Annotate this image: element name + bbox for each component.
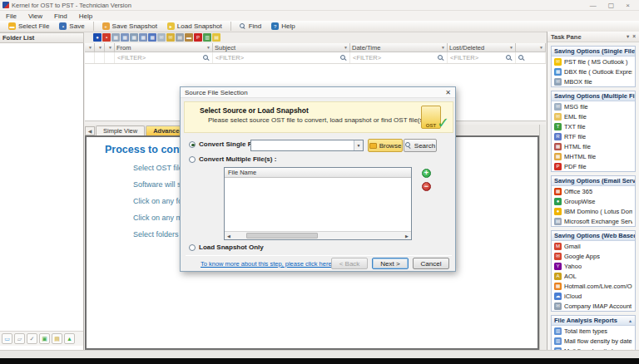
vertical-scrollbar[interactable]	[539, 125, 546, 350]
checklist-view-icon[interactable]: ✓	[27, 333, 37, 344]
browse-button[interactable]: Browse	[368, 139, 403, 152]
column-dropdown-icon[interactable]: ▼	[509, 45, 513, 50]
task-pane-item-eml-file[interactable]: ✉EML file	[552, 111, 635, 121]
image-view-icon[interactable]: ▣	[39, 333, 50, 344]
filter-search-icon[interactable]	[506, 55, 513, 61]
find-button[interactable]: Find	[235, 22, 267, 32]
column-dropdown-icon[interactable]: ▼	[98, 45, 102, 50]
combobox-dropdown-icon[interactable]: ▼	[354, 140, 363, 150]
task-pane-item-gmail[interactable]: MGmail	[552, 241, 635, 251]
task-pane-item-html-file[interactable]: ▦HTML file	[552, 141, 635, 151]
task-pane-item-msg-file[interactable]: ✉MSG file	[552, 101, 635, 111]
scroll-right-icon[interactable]: ▶	[403, 232, 411, 240]
filter-search-icon[interactable]	[203, 55, 210, 61]
cancel-button[interactable]: Cancel	[413, 258, 449, 269]
maximize-button[interactable]: ▢	[608, 2, 615, 9]
grid-col-lost-deleted[interactable]: Lost/Deleted▼	[448, 43, 516, 52]
column-dropdown-icon[interactable]: ▼	[88, 45, 92, 50]
folder-icon[interactable]: ▬	[185, 33, 193, 42]
grid-col-icon-1[interactable]: ▼	[85, 43, 95, 52]
section-header[interactable]: Saving Options (Single File)▲	[552, 47, 635, 57]
search-button[interactable]: Search	[404, 139, 437, 152]
section-header[interactable]: File Analysis Reports▲	[552, 316, 635, 326]
task-pane-item-mbox-file[interactable]: ✉MBOX file	[552, 76, 635, 86]
source-file-combobox[interactable]: ▼	[250, 140, 364, 151]
task-pane-item-dbx-file[interactable]: ▦DBX file ( Outlook Express )	[552, 66, 635, 76]
dialog-close-icon[interactable]: ✕	[445, 89, 451, 96]
column-dropdown-icon[interactable]: ▼	[539, 45, 543, 50]
scroll-left-icon[interactable]: ◀	[225, 232, 233, 240]
column-dropdown-icon[interactable]: ▼	[441, 45, 445, 50]
flag-icon[interactable]: ▪	[102, 33, 111, 42]
laptop-view-icon[interactable]: ▱	[14, 333, 25, 344]
save-button[interactable]: ▪Save	[54, 22, 89, 32]
task-pane-item-aol[interactable]: AAOL	[552, 271, 635, 281]
next-button[interactable]: Next >	[372, 258, 409, 269]
menu-view[interactable]: View	[22, 12, 48, 20]
task-pane-item-total-item-types[interactable]: ▥Total item types	[552, 326, 635, 336]
select-file-button[interactable]: ▬Select File	[3, 22, 54, 32]
expand-up-icon[interactable]: ▲	[64, 333, 75, 344]
task-pane-item-rtf-file[interactable]: RRTF file	[552, 131, 635, 141]
scrollbar-thumb[interactable]	[246, 233, 318, 239]
filter-search-icon[interactable]	[438, 55, 444, 61]
tab-scroll-left[interactable]: ◀	[85, 126, 95, 135]
filter-search-icon[interactable]	[518, 55, 525, 61]
filter-cell-date-time[interactable]: <FILTER>	[350, 52, 448, 63]
grid-col-date-time[interactable]: Date/Time▼	[350, 43, 448, 52]
chart-icon[interactable]: ▥	[203, 33, 211, 42]
section-header[interactable]: Saving Options (Web Based ...▲	[552, 231, 635, 241]
back-button[interactable]: < Back	[331, 258, 368, 269]
monitor-view-icon[interactable]: ▭	[2, 333, 12, 344]
radio-convert-multiple-files[interactable]: Convert Multiple File(s) :	[189, 155, 276, 163]
pdf-icon[interactable]: P	[194, 33, 202, 42]
save-snapshot-button[interactable]: +Save Snapshot	[97, 22, 162, 32]
task-pane-item-ibm-domino[interactable]: ●IBM Domino ( Lotus Domin...	[552, 206, 635, 216]
horizontal-scrollbar[interactable]: ◀ ▶	[225, 231, 411, 239]
menu-file[interactable]: File	[0, 12, 22, 20]
file-list-box[interactable]: File Name ◀ ▶	[224, 167, 412, 240]
table-view-2-icon[interactable]: ▦	[121, 33, 129, 42]
table-view-5-icon[interactable]: ▦	[148, 33, 156, 42]
column-dropdown-icon[interactable]: ▼	[344, 45, 348, 50]
note-view-icon[interactable]: ▤	[52, 333, 62, 344]
mail-search-icon[interactable]: ✉	[166, 33, 175, 42]
filter-cell-from[interactable]: <FILTER>	[115, 52, 213, 63]
table-view-icon[interactable]: ▦	[111, 33, 120, 42]
table-view-4-icon[interactable]: ▦	[139, 33, 147, 42]
remove-file-button[interactable]: −	[422, 182, 431, 191]
task-pane-item-pdf-file[interactable]: PPDF file	[552, 161, 635, 171]
grid-col-from[interactable]: From▼	[115, 43, 213, 52]
task-pane-item-groupwise[interactable]: ●GroupWise	[552, 196, 635, 206]
mail-icon[interactable]: ✉	[157, 33, 166, 42]
task-pane-item-company-imap[interactable]: ✉Company IMAP Account	[552, 301, 635, 311]
add-file-button[interactable]: +	[422, 169, 431, 178]
task-pane-item-mhtml-file[interactable]: ▦MHTML file	[552, 151, 635, 161]
task-pane-close-icon[interactable]: ×	[632, 33, 636, 40]
grid-col-icon-3[interactable]: ▼	[105, 43, 115, 52]
task-pane-item-txt-file[interactable]: TTXT file	[552, 121, 635, 131]
help-button[interactable]: ?Help	[266, 22, 300, 32]
know-more-link[interactable]: To know more about this step, please cli…	[201, 260, 334, 268]
file-list-area[interactable]	[225, 178, 411, 231]
task-pane-item-pst-file[interactable]: ✉PST file ( MS Outlook )	[552, 57, 635, 66]
task-pane-item-mail-flow-by-date[interactable]: ▥Mail flow density by date	[552, 336, 635, 346]
load-snapshot-button[interactable]: ▸Load Snapshot	[162, 22, 227, 32]
note-icon[interactable]: ▤	[212, 33, 220, 42]
task-pane-item-yahoo[interactable]: YYahoo	[552, 261, 635, 271]
minimize-button[interactable]: —	[590, 2, 597, 9]
task-pane-item-icloud[interactable]: ☁iCloud	[552, 291, 635, 301]
task-pane-item-hotmail[interactable]: ▦Hotmail.com/Live.com/Outl...	[552, 281, 635, 291]
task-pane-item-google-apps[interactable]: ✉Google Apps	[552, 251, 635, 261]
section-header[interactable]: Saving Options (Multiple Fil...▲	[552, 91, 635, 101]
menu-help[interactable]: Help	[73, 12, 98, 20]
globe-icon[interactable]: ●	[93, 33, 102, 42]
pin-icon[interactable]: ▾	[627, 33, 629, 40]
column-dropdown-icon[interactable]: ▼	[108, 45, 112, 50]
filter-search-icon[interactable]	[340, 55, 347, 61]
table-view-3-icon[interactable]: ▦	[130, 33, 138, 42]
dialog-titlebar[interactable]: Source File Selection ✕	[181, 87, 455, 98]
grid-col-icon-2[interactable]: ▼	[95, 43, 105, 52]
collapse-icon[interactable]: ▲	[628, 318, 632, 323]
tab-simple-view[interactable]: Simple View	[96, 125, 145, 135]
